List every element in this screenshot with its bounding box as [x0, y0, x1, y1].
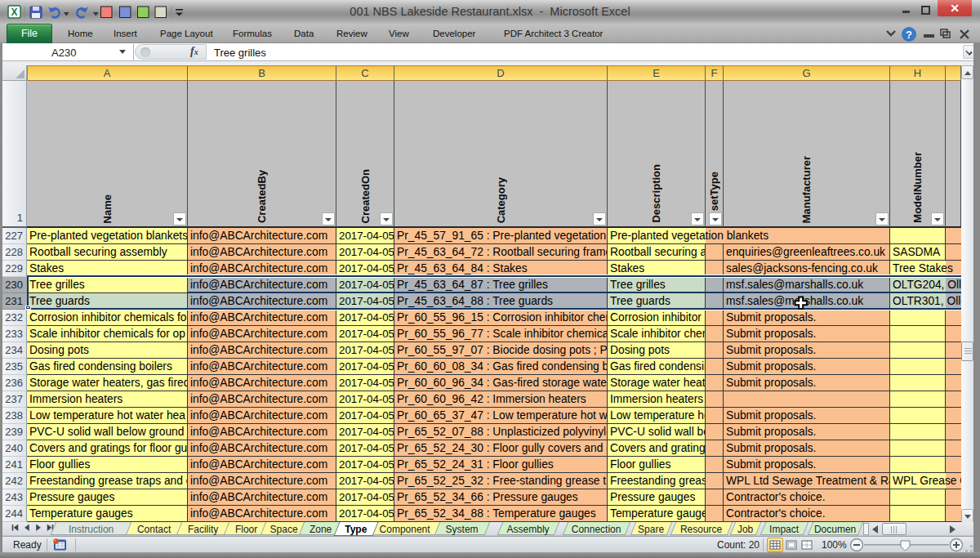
svg-text:?: ?: [906, 29, 912, 41]
svg-text:X: X: [11, 7, 17, 18]
